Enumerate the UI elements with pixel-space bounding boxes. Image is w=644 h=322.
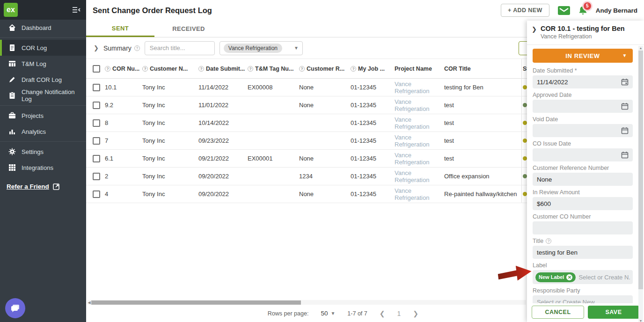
column-header-customer-name[interactable]: Customer N... [150,66,188,72]
row-checkbox[interactable] [93,102,100,109]
column-header-date-submitted[interactable]: Date Submit... [206,66,245,72]
sidebar-item-analytics[interactable]: Analytics [0,124,86,139]
field-approved-date: Approved Date [533,92,633,113]
panel-collapse-icon[interactable]: ❯ [532,26,537,44]
annotation-arrow [497,263,533,285]
cell-project-link[interactable]: Vance Refrigeration [395,134,444,148]
remove-label-icon[interactable]: ✕ [566,274,572,280]
cell-cor-number: 10.1 [105,84,142,91]
summary-info-icon: ? [134,45,140,51]
summary-toggle[interactable]: Summary ? [103,44,140,52]
column-header-cor-number[interactable]: COR Nu... [112,66,139,72]
void-date-input[interactable] [533,124,633,137]
summary-expand-icon[interactable]: ❯ [94,44,99,51]
previous-page-icon[interactable]: ❮ [380,310,385,317]
chat-widget-button[interactable] [5,298,25,318]
sidebar-item-label: Integrations [22,164,53,171]
sidebar-item-label: Projects [22,112,44,119]
column-header-tm-tag[interactable]: T&M Tag Nu... [255,66,293,72]
row-checkbox[interactable] [93,155,100,162]
approved-date-input[interactable] [533,100,633,113]
tab-sent[interactable]: SENT [86,21,154,37]
project-filter-dropdown[interactable]: Vance Refrigeration ▼ [220,41,303,55]
status-dropdown-button[interactable]: IN REVIEW ▼ [533,49,633,63]
add-new-button[interactable]: + ADD NEW [501,4,549,17]
row-checkbox[interactable] [93,119,100,127]
sidebar-item-dashboard[interactable]: Dashboard [0,20,86,36]
field-date-submitted: Date Submitted * 11/14/2022 [533,67,633,88]
refer-a-friend-link[interactable]: Refer a Friend [7,183,86,190]
column-header-project-name[interactable]: Project Name [395,66,432,72]
sidebar-item-tm-log[interactable]: T&M Log [0,56,86,72]
sidebar-item-integrations[interactable]: Integrations [0,160,86,176]
cell-project-link[interactable]: Vance Refrigeration [395,80,444,95]
sidebar-collapse-icon[interactable] [72,6,80,14]
calendar-icon[interactable] [621,151,629,159]
select-all-checkbox[interactable] [93,65,100,73]
row-checkbox[interactable] [93,137,100,145]
sidebar-item-draft-cor-log[interactable]: Draft COR Log [0,72,86,88]
scroll-up-icon[interactable]: ▲ [638,46,643,50]
field-title: Title ? testing for Ben [533,238,633,259]
co-issue-date-input[interactable] [533,148,633,161]
horizontal-scrollbar[interactable]: ◀ [87,300,526,305]
column-info-icon: ? [198,66,204,72]
cell-project-link[interactable]: Vance Refrigeration [395,187,444,201]
customer-reference-input[interactable]: None [533,173,633,186]
page-title: Sent Change Order Request Log [93,6,212,15]
scroll-down-icon[interactable]: ▼ [638,319,643,322]
row-checkbox[interactable] [93,84,100,91]
column-header-customer-ref[interactable]: Customer R... [307,66,344,72]
tab-received[interactable]: RECEIVED [154,21,223,37]
current-page-number[interactable]: 1 [397,310,401,317]
field-label: Responsible Party [533,287,633,294]
cell-project-link[interactable]: Vance Refrigeration [395,98,444,112]
label-input[interactable]: New Label ✕ Select or Create N... [533,270,633,284]
cell-customer-ref: 1234 [299,173,351,180]
cell-project-link[interactable]: Vance Refrigeration [395,152,444,166]
scrollbar-thumb[interactable] [638,51,643,289]
panel-scrollbar[interactable]: ▲ ▼ [638,46,643,322]
date-submitted-input[interactable]: 11/14/2022 [533,75,633,88]
sidebar-item-cor-log[interactable]: COR Log [0,40,86,56]
scrollbar-thumb[interactable] [91,300,301,305]
rows-per-page-select[interactable]: 50 ▼ [321,310,335,317]
cell-date-submitted: 09/21/2022 [198,155,248,162]
responsible-party-input[interactable]: Select or Create New [533,295,633,303]
calendar-icon[interactable] [621,78,629,86]
cell-customer-name: Tony Inc [142,137,198,144]
column-header-cor-title[interactable]: COR Title [444,66,471,72]
save-button[interactable]: SAVE [588,306,639,319]
next-page-icon[interactable]: ❯ [413,310,418,317]
row-checkbox[interactable] [93,190,100,198]
cell-project-link[interactable]: Vance Refrigeration [395,116,444,130]
notification-count-badge: 5 [584,2,591,10]
panel-body: IN REVIEW ▼ Date Submitted * 11/14/2022 … [527,45,644,303]
sidebar-item-change-notification-log[interactable]: Change Notification Log [0,88,86,103]
messages-icon[interactable] [558,6,570,15]
scroll-left-icon[interactable]: ◀ [87,300,91,305]
cell-my-job: 01-12345 [351,119,395,126]
cell-project-link[interactable]: Vance Refrigeration [395,169,444,183]
column-info-icon: ? [142,66,148,72]
customer-co-number-input[interactable] [533,221,633,234]
sidebar-item-settings[interactable]: Settings [0,144,86,160]
rows-per-page-value: 50 [321,310,328,317]
calendar-icon[interactable] [621,127,629,134]
sidebar-item-projects[interactable]: Projects [0,108,86,124]
column-info-icon: ? [299,66,305,72]
label-chip[interactable]: New Label ✕ [535,272,576,282]
calendar-icon[interactable] [621,102,629,110]
column-info-icon: ? [351,66,356,72]
in-review-amount-input[interactable]: $600 [533,197,633,210]
notifications-bell[interactable]: 5 [578,6,587,15]
search-input[interactable] [145,41,215,55]
cancel-button[interactable]: CANCEL [532,306,584,319]
cell-cor-number: 9.2 [105,102,142,109]
column-header-my-job[interactable]: My Job ... [358,66,385,72]
user-name[interactable]: Andy Bernard [596,7,637,14]
sidebar-item-label: Draft COR Log [22,76,62,83]
cell-my-job: 01-12345 [351,84,395,91]
title-input[interactable]: testing for Ben [533,246,633,259]
row-checkbox[interactable] [93,173,100,180]
